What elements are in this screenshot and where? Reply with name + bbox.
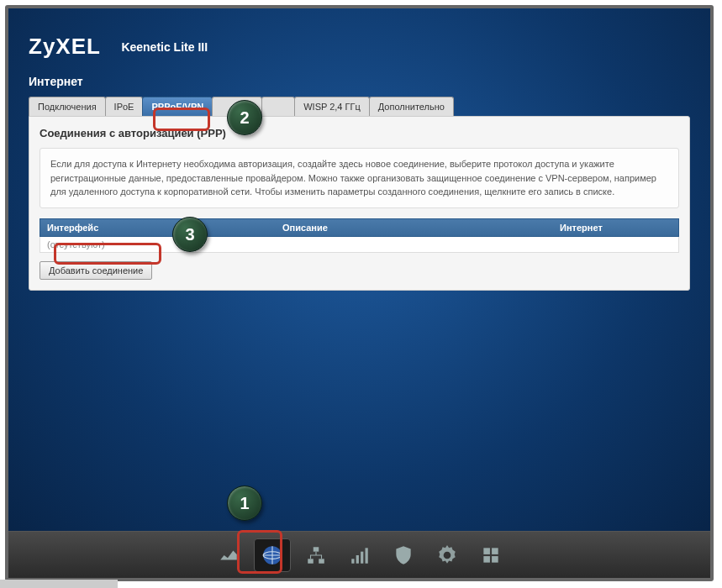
callout-3: 3 bbox=[172, 217, 208, 252]
dock-wifi[interactable] bbox=[341, 538, 378, 572]
tab-connections[interactable]: Подключения bbox=[29, 97, 106, 116]
col-internet: Интернет bbox=[553, 219, 678, 236]
svg-rect-7 bbox=[361, 551, 363, 563]
dock-monitor[interactable] bbox=[210, 538, 247, 572]
dock-system[interactable] bbox=[429, 538, 466, 572]
svg-rect-5 bbox=[351, 559, 354, 563]
dock-internet[interactable] bbox=[254, 538, 291, 572]
grid-icon bbox=[480, 544, 502, 566]
brand-logo: ZyXEL bbox=[29, 34, 101, 60]
tabs-bar: Подключения IPoE PPPoE/VPN T WISP 2,4 ГГ… bbox=[29, 97, 690, 116]
col-interface: Интерфейс bbox=[40, 219, 276, 236]
shield-icon bbox=[393, 544, 414, 566]
chart-icon bbox=[218, 544, 240, 566]
svg-rect-8 bbox=[365, 548, 367, 563]
svg-rect-4 bbox=[319, 559, 324, 563]
svg-rect-12 bbox=[492, 548, 498, 554]
tab-advanced[interactable]: Дополнительно bbox=[369, 97, 454, 116]
dock-apps[interactable] bbox=[472, 538, 509, 572]
network-icon bbox=[305, 544, 327, 566]
section-title: Интернет bbox=[29, 75, 690, 88]
globe-icon bbox=[261, 544, 283, 566]
panel-title: Соединения с авторизацией (PPP) bbox=[40, 127, 679, 139]
tab-3g4g[interactable]: T bbox=[261, 97, 295, 116]
dock bbox=[210, 538, 509, 572]
table-header: Интерфейс Описание Интернет bbox=[40, 218, 679, 237]
svg-rect-6 bbox=[356, 555, 358, 564]
bottom-dock-bar bbox=[8, 531, 710, 578]
col-description: Описание bbox=[276, 219, 553, 236]
content-panel: Соединения с авторизацией (PPP) Если для… bbox=[29, 116, 690, 291]
svg-point-10 bbox=[443, 551, 451, 559]
table-row: (отсутствуют) bbox=[40, 237, 679, 253]
panel-info: Если для доступа к Интернету необходима … bbox=[40, 148, 679, 208]
svg-rect-14 bbox=[492, 556, 498, 563]
gear-icon bbox=[436, 544, 458, 566]
dock-network[interactable] bbox=[298, 538, 335, 572]
svg-rect-13 bbox=[483, 556, 490, 563]
tab-ipoe[interactable]: IPoE bbox=[105, 97, 144, 116]
add-connection-button[interactable]: Добавить соединение bbox=[40, 261, 152, 280]
callout-1: 1 bbox=[227, 486, 262, 521]
product-name: Keenetic Lite III bbox=[121, 40, 208, 54]
scroll-track bbox=[0, 580, 118, 588]
svg-rect-2 bbox=[313, 547, 319, 551]
main-area: ZyXEL Keenetic Lite III Интернет Подключ… bbox=[8, 8, 710, 531]
tab-wisp[interactable]: WISP 2,4 ГГц bbox=[294, 97, 370, 116]
empty-row-text: (отсутствуют) bbox=[40, 237, 276, 252]
svg-rect-11 bbox=[483, 548, 490, 554]
svg-rect-3 bbox=[308, 559, 314, 563]
callout-2: 2 bbox=[227, 100, 262, 135]
tab-pppoe-vpn[interactable]: PPPoE/VPN bbox=[142, 97, 213, 116]
app-window: ZyXEL Keenetic Lite III Интернет Подключ… bbox=[5, 5, 714, 581]
dock-firewall[interactable] bbox=[385, 538, 422, 572]
signal-icon bbox=[349, 544, 371, 566]
